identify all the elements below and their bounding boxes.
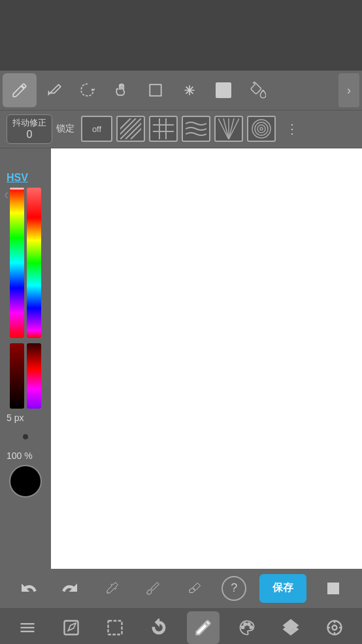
lock-label: 锁定 [56, 123, 74, 135]
rotate-nav-btn[interactable] [142, 611, 175, 644]
brush-icon [145, 581, 161, 596]
color-sliders [4, 188, 47, 338]
lasso-icon [79, 82, 96, 99]
jitter-value: 0 [12, 128, 46, 141]
rotate-icon [150, 619, 168, 637]
saturation-slider[interactable] [27, 188, 41, 338]
eraser-small-btn[interactable] [180, 574, 209, 603]
eyedropper-icon [104, 581, 120, 596]
edit-icon [62, 619, 80, 637]
brush-btn[interactable] [139, 574, 167, 603]
apps-btn[interactable] [319, 574, 348, 603]
hue-slider[interactable] [10, 188, 24, 338]
bucket-icon [249, 82, 266, 99]
eraser-tool-btn[interactable] [37, 73, 71, 107]
lock-off-label: off [92, 124, 101, 134]
brush-dot [23, 434, 28, 439]
redo-btn[interactable] [56, 574, 84, 603]
svg-line-13 [229, 118, 234, 139]
lock-more-btn[interactable]: ⋮ [280, 116, 303, 142]
selection-nav-icon [106, 619, 124, 637]
palette-nav-btn[interactable] [231, 611, 263, 644]
hand-icon [113, 82, 130, 99]
lock-pattern-grid-btn[interactable] [149, 116, 178, 142]
top-dark-area [0, 0, 362, 71]
undo-icon [21, 581, 37, 596]
nav-bar [0, 608, 362, 644]
jitter-correction-btn[interactable]: 抖动修正 0 [7, 114, 52, 144]
pen-nav-btn[interactable] [187, 611, 220, 644]
main-content-area: ‹ HSV 5 px 100 % [0, 148, 362, 569]
svg-line-14 [229, 118, 239, 139]
svg-rect-0 [150, 84, 161, 95]
wave-lines-icon [186, 118, 206, 139]
transform-tool-btn[interactable] [173, 73, 206, 107]
svg-point-24 [242, 626, 244, 628]
lock-pattern-radial-btn[interactable] [247, 116, 276, 142]
diagonal-lines-icon [120, 118, 141, 139]
svg-point-18 [260, 127, 263, 130]
selection-tool-btn[interactable] [139, 73, 173, 107]
drawing-canvas[interactable] [51, 148, 362, 569]
svg-line-10 [218, 118, 229, 139]
layers-icon [282, 619, 300, 637]
svg-rect-23 [108, 620, 122, 634]
fill-tool-btn[interactable] [206, 73, 240, 107]
svg-line-1 [120, 118, 141, 139]
value-slider[interactable] [10, 343, 24, 409]
brush-size-indicator [4, 427, 47, 447]
brush-opacity-label: 100 % [7, 450, 33, 461]
save-label: 保存 [272, 581, 293, 595]
layers-nav-btn[interactable] [274, 611, 307, 644]
grid-icon [153, 118, 174, 139]
lock-pattern-fan-btn[interactable] [214, 116, 243, 142]
collapse-panel-btn[interactable]: ‹ [4, 186, 8, 203]
lock-pattern-diagonal-btn[interactable] [116, 116, 145, 142]
eyedropper-btn[interactable] [97, 574, 126, 603]
selection-nav-btn[interactable] [99, 611, 131, 644]
pencil-tool-btn[interactable] [3, 73, 37, 107]
fan-lines-icon [218, 118, 239, 139]
chevron-right-icon: › [347, 84, 351, 97]
transform-icon [181, 82, 198, 99]
more-icon: ⋮ [286, 121, 298, 137]
svg-point-25 [244, 623, 246, 626]
pencil-icon [11, 82, 28, 99]
lock-off-btn[interactable]: off [81, 116, 112, 142]
help-btn[interactable]: ? [222, 576, 246, 601]
svg-point-26 [248, 623, 250, 626]
pan-tool-btn[interactable] [105, 73, 139, 107]
lock-pattern-wave-btn[interactable] [182, 116, 210, 142]
color-panel: HSV 5 px 100 % [0, 148, 51, 569]
pen-icon [194, 619, 212, 637]
radial-circles-icon [251, 118, 272, 139]
lasso-tool-btn[interactable] [71, 73, 105, 107]
svg-line-11 [223, 118, 229, 139]
svg-point-16 [255, 122, 268, 135]
eraser-small-icon [187, 581, 203, 596]
menu-nav-btn[interactable] [11, 611, 44, 644]
bucket-tool-btn[interactable] [240, 73, 274, 107]
edit-nav-btn[interactable] [55, 611, 88, 644]
chevron-left-icon: ‹ [4, 186, 8, 203]
brush-size-label: 5 px [7, 413, 24, 423]
jitter-label: 抖动修正 [12, 118, 46, 128]
eraser-icon [45, 82, 62, 99]
dark-sliders [4, 343, 47, 409]
selection-icon [147, 82, 164, 99]
redo-icon [62, 581, 78, 596]
toolbar-expand-btn[interactable]: › [338, 73, 359, 107]
undo-btn[interactable] [14, 574, 43, 603]
help-icon: ? [231, 581, 237, 595]
apps-icon [325, 581, 341, 596]
alpha-slider[interactable] [27, 343, 41, 409]
hsv-mode-btn[interactable]: HSV [7, 172, 28, 184]
main-toolbar: › [0, 71, 362, 110]
menu-icon [18, 619, 37, 637]
svg-point-17 [257, 125, 265, 133]
current-color-swatch[interactable] [9, 465, 42, 498]
settings-nav-btn[interactable] [318, 611, 351, 644]
settings-icon [325, 619, 344, 637]
svg-point-29 [333, 625, 337, 630]
save-btn[interactable]: 保存 [259, 574, 306, 603]
